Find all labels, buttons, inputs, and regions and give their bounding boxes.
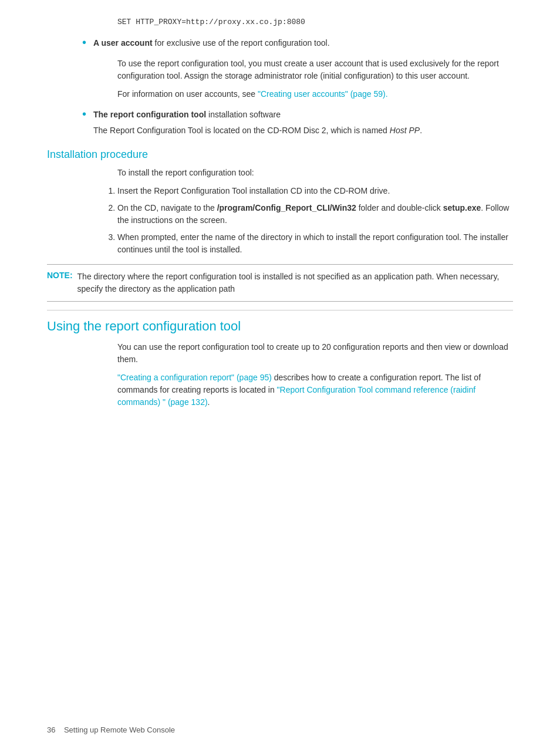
report-tool-italic: Host PP bbox=[390, 126, 420, 135]
bullet-content-user-account: A user account for exclusive use of the … bbox=[93, 37, 513, 53]
setup-exe: setup.exe bbox=[443, 203, 481, 212]
bullet-term-report-tool: The report configuration tool installati… bbox=[93, 109, 513, 121]
installation-step-2: On the CD, navigate to the /program/Conf… bbox=[117, 202, 513, 227]
footer-page-number: 36 bbox=[47, 725, 55, 734]
bullet-term-user-account: A user account for exclusive use of the … bbox=[93, 37, 513, 49]
report-tool-body-text: The Report Configuration Tool is located… bbox=[93, 126, 390, 135]
footer-section: Setting up Remote Web Console bbox=[64, 725, 175, 734]
installation-step-3: When prompted, enter the name of the dir… bbox=[117, 231, 513, 256]
term-user-account: A user account bbox=[93, 38, 153, 48]
using-paragraph1: You can use the report configuration too… bbox=[117, 341, 513, 366]
user-account-link-line: For information on user accounts, see "C… bbox=[117, 88, 513, 100]
bullet-dot-icon-2: • bbox=[82, 107, 86, 121]
term-report-tool: The report configuration tool bbox=[93, 110, 206, 119]
creating-config-report-link[interactable]: "Creating a configuration report" (page … bbox=[117, 373, 272, 382]
bullet-content-report-tool: The report configuration tool installati… bbox=[93, 109, 513, 140]
bullet-section-report-tool: • The report configuration tool installa… bbox=[47, 109, 513, 140]
installation-steps-list: Insert the Report Configuration Tool ins… bbox=[117, 185, 513, 256]
page: SET HTTP_PROXY=http://proxy.xx.co.jp:808… bbox=[0, 0, 560, 746]
folder-path: /program/Config_Report_CLI/Win32 bbox=[217, 203, 356, 212]
using-section: Using the report configuration tool You … bbox=[47, 310, 513, 409]
note-box: NOTE: The directory where the report con… bbox=[47, 264, 513, 302]
installation-intro: To install the report configuration tool… bbox=[117, 167, 513, 179]
bullet-item-user-account: • A user account for exclusive use of th… bbox=[82, 37, 513, 53]
report-tool-body-end: . bbox=[420, 126, 422, 135]
term-suffix-user-account: for exclusive use of the report configur… bbox=[153, 38, 330, 48]
installation-heading: Installation procedure bbox=[47, 148, 513, 161]
note-text: The directory where the report configura… bbox=[77, 271, 513, 295]
using-heading: Using the report configuration tool bbox=[47, 310, 513, 334]
creating-user-accounts-link[interactable]: "Creating user accounts" (page 59). bbox=[258, 89, 388, 99]
user-account-link-prefix: For information on user accounts, see bbox=[117, 89, 258, 99]
bullet-item-report-tool: • The report configuration tool installa… bbox=[82, 109, 513, 140]
user-account-body: To use the report configuration tool, yo… bbox=[117, 58, 513, 82]
installation-section: Installation procedure To install the re… bbox=[47, 148, 513, 302]
code-block: SET HTTP_PROXY=http://proxy.xx.co.jp:808… bbox=[117, 18, 513, 26]
term-suffix-report-tool: installation software bbox=[206, 110, 281, 119]
using-link2-suffix: . bbox=[208, 397, 210, 407]
installation-step-1: Insert the Report Configuration Tool ins… bbox=[117, 185, 513, 197]
note-label: NOTE: bbox=[47, 271, 73, 280]
bullet-dot-icon: • bbox=[82, 36, 86, 49]
report-tool-body: The Report Configuration Tool is located… bbox=[93, 124, 513, 137]
using-paragraph2: "Creating a configuration report" (page … bbox=[117, 372, 513, 409]
footer: 36 Setting up Remote Web Console bbox=[47, 725, 175, 734]
bullet-section-user-account: • A user account for exclusive use of th… bbox=[47, 37, 513, 100]
